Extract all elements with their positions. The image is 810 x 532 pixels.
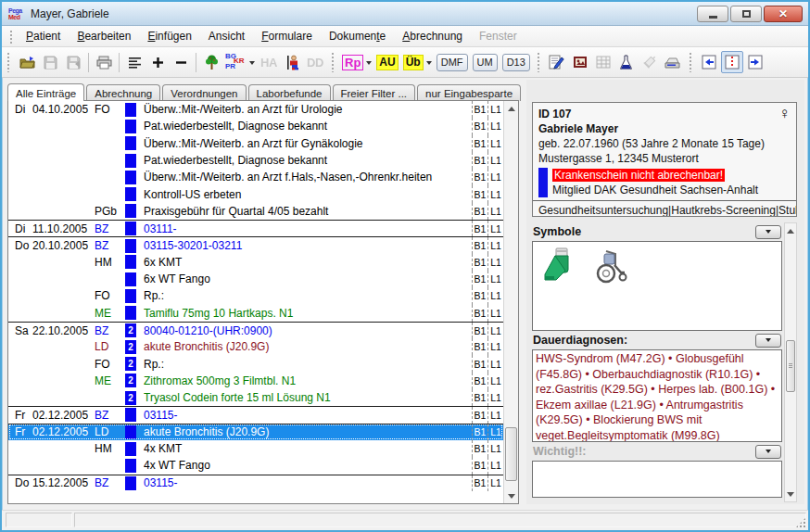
row-flag-l1: L1 xyxy=(487,287,503,304)
toolbar-gripper[interactable] xyxy=(537,52,541,72)
maximize-button[interactable] xyxy=(730,6,762,22)
tab-laborbefunde[interactable]: Laborbefunde xyxy=(248,84,331,101)
row-marker xyxy=(125,306,144,320)
table-row[interactable]: FORp.:B1L1 xyxy=(8,287,503,304)
table-row[interactable]: Do15.12.2005BZ03115-B1L1 xyxy=(8,475,503,491)
collapse-button[interactable] xyxy=(170,51,192,73)
table-row[interactable]: Fr02.12.2005BZ03115-B1L1 xyxy=(8,406,503,423)
dmf-button[interactable]: DMF xyxy=(435,51,470,73)
marker-square-icon xyxy=(125,425,136,439)
flask-icon xyxy=(619,55,633,70)
scroll-up-button[interactable] xyxy=(504,101,518,115)
menu-ansicht[interactable]: Ansicht xyxy=(200,27,253,45)
table-row[interactable]: HM6x KMTB1L1 xyxy=(8,254,503,271)
lab-button[interactable] xyxy=(615,51,638,73)
row-entry-text: 6x WT Fango xyxy=(144,272,472,285)
menu-formulare[interactable]: Formulare xyxy=(253,27,321,45)
list-view-button[interactable] xyxy=(123,51,146,73)
table-row[interactable]: 4x WT FangoB1L1 xyxy=(8,457,503,474)
row-category: BZ xyxy=(95,324,125,337)
grid-vertical-scrollbar[interactable] xyxy=(503,101,518,503)
um-button[interactable]: UM xyxy=(471,51,500,73)
menu-patient[interactable]: Patient xyxy=(18,27,69,45)
info-pane-scrollbar[interactable] xyxy=(784,222,797,502)
symbole-dropdown-button[interactable] xyxy=(755,225,781,239)
ueberweisung-button-label: Üb xyxy=(403,55,424,70)
table-row[interactable]: LD2akute Bronchitis (J20.9G)B1L1 xyxy=(8,338,503,355)
row-category: BZ xyxy=(95,222,125,235)
table-row[interactable]: ME2Zithromax 500mg 3 Filmtbl. N1B1L1 xyxy=(8,373,503,389)
tab-nureingabesparte[interactable]: nur Eingabesparte xyxy=(417,84,521,101)
image-button[interactable] xyxy=(569,51,591,73)
menu-bearbeiten[interactable]: Bearbeiten xyxy=(69,27,139,45)
rezept-button[interactable]: Rp xyxy=(340,51,373,73)
patient-figure-button[interactable] xyxy=(281,51,303,73)
expand-button[interactable] xyxy=(146,51,169,73)
table-row[interactable]: FO2Rp.:B1L1 xyxy=(8,355,503,372)
panel-right-button[interactable] xyxy=(744,51,766,73)
menu-dokumente[interactable]: Dokumente xyxy=(321,27,394,45)
close-button[interactable]: ✕ xyxy=(764,6,803,22)
table-row[interactable]: PGbPraxisgebühr für Quartal 4/05 bezahlt… xyxy=(8,203,503,220)
scroll-down-button[interactable] xyxy=(504,489,518,503)
dd-button: DD xyxy=(304,51,326,73)
row-flag-b1: B1 xyxy=(472,355,487,372)
table-row[interactable]: Di04.10.2005FOÜberw.:Mit-/Weiterb. an Ar… xyxy=(8,101,503,118)
toolbar-gripper[interactable] xyxy=(331,52,335,72)
table-row[interactable]: Überw.:Mit-/Weiterb. an Arzt f.Hals,-Nas… xyxy=(8,169,503,185)
printer-icon xyxy=(96,56,112,70)
row-entry-text: akute Bronchitis (J20.9G) xyxy=(144,340,472,353)
minimize-button[interactable] xyxy=(697,6,728,22)
insurance-type-button[interactable]: BGKRPR xyxy=(223,51,257,73)
toolbar-separator xyxy=(196,53,196,72)
menu-abrechnung[interactable]: Abrechnung xyxy=(394,27,471,45)
wichtig-dropdown-button[interactable] xyxy=(755,445,781,459)
open-patient-button[interactable] xyxy=(16,51,38,73)
table-row[interactable]: HM4x KMTB1L1 xyxy=(8,440,503,457)
edit-entry-button[interactable] xyxy=(546,51,568,73)
table-row[interactable]: Kontroll-US erbetenB1L1 xyxy=(8,185,503,202)
title-bar: Pega Med Mayer, Gabriele ✕ xyxy=(2,2,808,26)
panel-split-button[interactable] xyxy=(721,51,743,73)
row-flag-b1: B1 xyxy=(472,221,487,236)
tab-freierfilter[interactable]: Freier Filter ... xyxy=(333,84,416,101)
table-row[interactable]: 6x WT FangoB1L1 xyxy=(8,271,503,287)
menu-einfgen[interactable]: Einfügen xyxy=(139,27,199,45)
grid-scroll-thumb[interactable] xyxy=(505,427,517,481)
row-flag-l1: L1 xyxy=(487,373,503,389)
d13-button[interactable]: D13 xyxy=(500,51,532,73)
row-flag-l1: L1 xyxy=(487,203,503,220)
menu-gripper[interactable] xyxy=(9,30,14,44)
menu-fenster[interactable]: Fenster xyxy=(471,27,525,45)
scroll-up-button[interactable] xyxy=(785,223,796,237)
au-button[interactable]: AU xyxy=(374,51,399,73)
table-row[interactable]: Sa22.10.2005BZ280040-01210-(UHR:0900)B1L… xyxy=(8,322,503,338)
ueberweisung-button[interactable]: Üb xyxy=(401,51,434,73)
family-tree-button[interactable] xyxy=(200,51,222,73)
tab-abrechnung[interactable]: Abrechnung xyxy=(86,84,160,101)
print-button[interactable] xyxy=(93,51,115,73)
row-flag-b1: B1 xyxy=(472,407,487,423)
scroll-down-button[interactable] xyxy=(785,488,796,501)
table-row[interactable]: Überw.:Mit-/Weiterb. an Arzt für Gynäkol… xyxy=(8,135,503,152)
table-row[interactable]: Do20.10.2005BZ03115-30201-03211B1L1 xyxy=(8,236,503,253)
toolbar-gripper[interactable] xyxy=(6,52,11,72)
table-row[interactable]: Fr02.12.2005LDakute Bronchitis (J20.9G)B… xyxy=(8,424,503,440)
table-row[interactable]: 2Tryasol Codein forte 15 ml Lösung N1B1L… xyxy=(8,389,503,406)
row-flag-l1: L1 xyxy=(487,457,503,474)
toolbar-gripper[interactable] xyxy=(689,52,693,72)
panel-left-button[interactable] xyxy=(698,51,720,73)
table-row[interactable]: Pat.wiederbestellt, Diagnose bekanntB1L1 xyxy=(8,152,503,169)
table-row[interactable]: Pat.wiederbestellt, Diagnose bekanntB1L1 xyxy=(8,118,503,134)
tree-icon xyxy=(205,55,219,70)
info-scroll-thumb[interactable] xyxy=(786,340,795,392)
tab-verordnungen[interactable]: Verordnungen xyxy=(162,84,246,101)
table-row[interactable]: METamiflu 75mg 10 Hartkaps. N1B1L1 xyxy=(8,305,503,322)
dauerdiagnosen-dropdown-button[interactable] xyxy=(755,334,781,348)
wheelchair-icon xyxy=(592,247,631,285)
row-entry-text: Pat.wiederbestellt, Diagnose bekannt xyxy=(144,154,472,167)
table-row[interactable]: Di11.10.2005BZ03111-B1L1 xyxy=(8,220,503,236)
tab-alleeinträge[interactable]: Alle Einträge xyxy=(7,83,84,101)
row-flag-b1: B1 xyxy=(472,271,487,287)
scanner-button[interactable] xyxy=(662,51,684,73)
